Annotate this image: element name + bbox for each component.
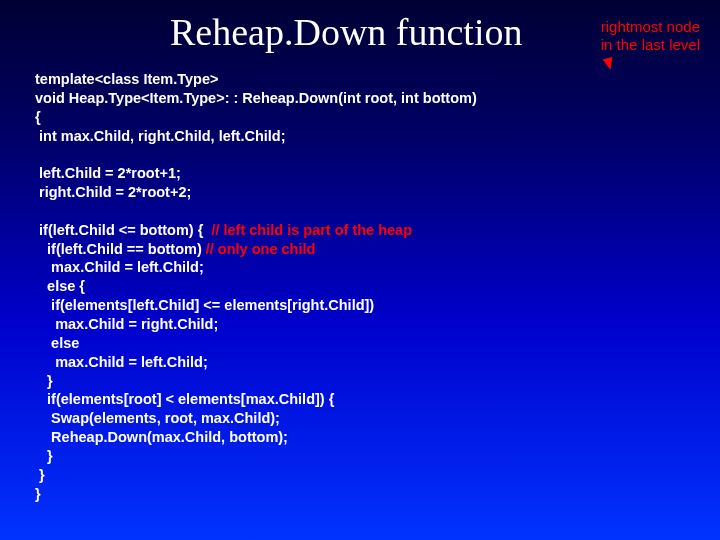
code-line: template<class Item.Type>	[35, 71, 219, 87]
code-line: else	[35, 335, 79, 351]
code-comment: // only one child	[206, 241, 316, 257]
code-line: if(left.Child == bottom)	[35, 241, 206, 257]
annotation-line2: in the last level	[601, 36, 700, 53]
code-line: max.Child = left.Child;	[35, 259, 204, 275]
code-line: int max.Child, right.Child, left.Child;	[35, 128, 286, 144]
code-line: }	[35, 486, 41, 502]
code-line: }	[35, 373, 53, 389]
code-line: max.Child = right.Child;	[35, 316, 218, 332]
code-line: }	[35, 467, 45, 483]
code-line: else {	[35, 278, 85, 294]
code-comment: // left child is part of the heap	[211, 222, 412, 238]
slide-title: Reheap.Down function	[170, 10, 522, 54]
code-line: left.Child = 2*root+1;	[35, 165, 181, 181]
code-line: max.Child = left.Child;	[35, 354, 208, 370]
annotation-line1: rightmost node	[601, 18, 700, 35]
code-line: {	[35, 109, 41, 125]
code-line: if(left.Child <= bottom) {	[35, 222, 211, 238]
code-block: template<class Item.Type> void Heap.Type…	[35, 70, 477, 503]
code-line: void Heap.Type<Item.Type>: : Reheap.Down…	[35, 90, 477, 106]
code-line: Reheap.Down(max.Child, bottom);	[35, 429, 288, 445]
code-line: Swap(elements, root, max.Child);	[35, 410, 280, 426]
arrow-icon	[603, 57, 616, 71]
code-line: right.Child = 2*root+2;	[35, 184, 191, 200]
code-line: }	[35, 448, 53, 464]
code-line: if(elements[root] < elements[max.Child])…	[35, 391, 334, 407]
code-line: if(elements[left.Child] <= elements[righ…	[35, 297, 374, 313]
annotation-text: rightmost node in the last level	[601, 18, 700, 54]
